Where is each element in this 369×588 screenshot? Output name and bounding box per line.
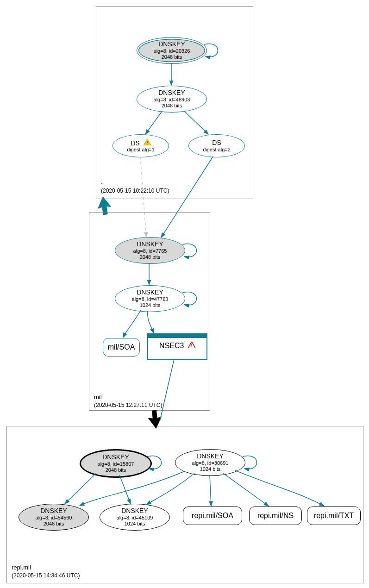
ds-digest: digest alg=2 bbox=[203, 147, 231, 153]
mil-soa: mil/SOA bbox=[103, 338, 140, 357]
dnskey-alg: alg=8, id=15807 bbox=[98, 461, 134, 467]
dnskey-bits: 2048 bits bbox=[162, 54, 182, 60]
ds-title: DS bbox=[212, 139, 221, 147]
svg-marker-5 bbox=[148, 410, 163, 429]
repi-dnskey-30691: DNSKEY alg=8, id=30691 1024 bits bbox=[175, 449, 245, 476]
dnskey-title: DNSKEY bbox=[197, 452, 224, 460]
dnskey-alg: alg=8, id=54560 bbox=[36, 515, 72, 521]
dnskey-alg: alg=8, id=30691 bbox=[192, 460, 229, 466]
dnskey-bits: 1024 bits bbox=[125, 521, 145, 527]
dnskey-title: DNSKEY bbox=[137, 288, 163, 296]
soa-label: repi.mil/SOA bbox=[192, 511, 233, 520]
svg-marker-4 bbox=[97, 196, 113, 215]
zone-mil-name: mil bbox=[94, 394, 102, 400]
dnskey-title: DNSKEY bbox=[158, 40, 185, 48]
repi-dnskey-45109: DNSKEY alg=8, id=45109 1024 bits bbox=[100, 504, 170, 531]
root-ds-alg2: DS digest alg=2 bbox=[188, 134, 245, 157]
zone-repi-timestamp: (2020-05-15 14:34:46 UTC) bbox=[12, 572, 80, 579]
error-icon: ! bbox=[188, 342, 195, 350]
repi-ns: repi.mil/NS bbox=[249, 507, 302, 525]
txt-label: repi.mil/TXT bbox=[314, 511, 354, 520]
dnskey-title: DNSKEY bbox=[158, 89, 185, 97]
svg-text:!: ! bbox=[191, 343, 192, 348]
dnskey-alg: alg=8, id=45109 bbox=[117, 515, 153, 521]
dnskey-alg: alg=8, id=48903 bbox=[154, 97, 190, 103]
zone-arrow-mil-to-repi bbox=[148, 410, 167, 429]
dnskey-title: DNSKEY bbox=[121, 507, 148, 515]
root-ds-alg1: DS ! digest alg=1 bbox=[113, 134, 169, 157]
zone-repi-name: repi.mil bbox=[12, 564, 31, 571]
warning-icon: ! bbox=[144, 139, 151, 147]
mil-dnskey-7765: DNSKEY alg=8, id=7765 2048 bits bbox=[115, 237, 185, 264]
soa-label: mil/SOA bbox=[108, 343, 135, 351]
repi-dnskey-54560: DNSKEY alg=8, id=54560 2048 bits bbox=[19, 504, 89, 531]
dnskey-bits: 2048 bits bbox=[140, 254, 161, 260]
nsec3-label: NSEC3 bbox=[159, 342, 184, 350]
dnskey-alg: alg=8, id=47763 bbox=[132, 296, 169, 302]
mil-dnskey-47763: DNSKEY alg=8, id=47763 1024 bits bbox=[115, 285, 185, 312]
zone-mil-timestamp: (2020-05-15 12:27:11 UTC) bbox=[94, 402, 162, 408]
ds-digest: digest alg=1 bbox=[127, 147, 155, 153]
dnskey-bits: 1024 bits bbox=[200, 466, 221, 472]
mil-nsec3: NSEC3 ! bbox=[147, 333, 207, 360]
repi-soa: repi.mil/SOA bbox=[183, 507, 242, 525]
zone-root-timestamp: (2020-05-15 10:22:10 UTC) bbox=[101, 188, 169, 194]
svg-text:!: ! bbox=[146, 140, 148, 145]
dnskey-title: DNSKEY bbox=[40, 507, 67, 515]
dnskey-title: DNSKEY bbox=[102, 453, 129, 461]
dnskey-bits: 2048 bits bbox=[106, 467, 126, 473]
dnskey-bits: 2048 bits bbox=[44, 521, 64, 527]
ns-label: repi.mil/NS bbox=[257, 511, 294, 520]
repi-dnskey-15807: DNSKEY alg=8, id=15807 2048 bits bbox=[80, 449, 152, 478]
zone-root-name: . bbox=[101, 178, 103, 185]
ds-title: DS ! bbox=[131, 139, 150, 147]
dnskey-bits: 1024 bits bbox=[140, 302, 161, 308]
repi-txt: repi.mil/TXT bbox=[307, 507, 361, 525]
dnskey-alg: alg=8, id=20326 bbox=[154, 48, 190, 54]
root-dnskey-20326: DNSKEY alg=8, id=20326 2048 bits bbox=[137, 37, 207, 64]
root-dnskey-48903: DNSKEY alg=8, id=48903 2048 bits bbox=[137, 86, 207, 113]
dnskey-alg: alg=8, id=7765 bbox=[133, 248, 167, 254]
dnskey-bits: 2048 bits bbox=[162, 103, 182, 109]
zone-arrow-root-to-mil bbox=[97, 196, 116, 215]
dnskey-title: DNSKEY bbox=[137, 240, 163, 248]
